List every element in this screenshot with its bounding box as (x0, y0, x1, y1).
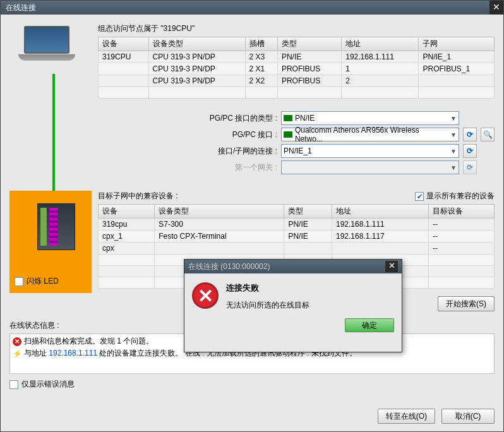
network-icon (284, 115, 292, 121)
flash-led-label: 闪烁 LED (27, 276, 59, 287)
td: cpx (99, 243, 155, 255)
t: 与地址 (24, 349, 49, 357)
start-search-button[interactable]: 开始搜索(S) (438, 296, 495, 311)
flash-led-checkbox[interactable] (15, 277, 23, 286)
if-type-label: PG/PC 接口的类型 : (183, 113, 277, 124)
td: PN/IE (277, 51, 341, 63)
table-row[interactable]: cpx_1 Festo CPX-Terminal PN/IE 192.168.1… (99, 231, 495, 243)
td (99, 255, 155, 266)
td: PROFIBUS (277, 63, 341, 75)
chevron-down-icon: ▼ (450, 115, 457, 122)
plc-icon (37, 203, 75, 250)
td: 192.168.1.111 (332, 219, 429, 231)
gw-label: 第一个网关 : (183, 162, 277, 173)
td (99, 266, 155, 277)
th: 设备类型 (148, 37, 245, 51)
th: 设备 (99, 37, 149, 51)
config-icon: ⟳ (463, 160, 477, 174)
td: cpx_1 (99, 231, 155, 243)
td: 2 X1 (245, 63, 277, 75)
th: 子网 (419, 37, 495, 51)
td (99, 277, 155, 289)
connection-error-icon: ⚡ (13, 349, 21, 358)
td: 319CPU (99, 51, 149, 63)
dialog-ok-button[interactable]: 确定 (345, 318, 394, 332)
conn-label: 接口/子网的连接 : (183, 146, 277, 157)
search-icon[interactable]: 🔍 (481, 128, 495, 141)
td: 319cpu (99, 219, 155, 231)
td (332, 243, 429, 255)
go-online-button[interactable]: 转至在线(O) (378, 409, 435, 424)
config-icon[interactable]: ⟳ (463, 144, 477, 158)
chevron-down-icon: ▼ (450, 131, 457, 138)
th: 地址 (342, 37, 419, 51)
cancel-button[interactable]: 取消(C) (441, 409, 495, 424)
dialog-heading: 连接失败 (226, 282, 309, 294)
td (99, 75, 149, 87)
td (419, 75, 495, 87)
table-row[interactable]: 319cpu S7-300 PN/IE 192.168.1.111 -- (99, 219, 495, 231)
if-type-value: PN/IE (295, 114, 315, 123)
td: 192.168.1.111 (342, 51, 419, 63)
chevron-down-icon: ▼ (450, 148, 457, 155)
th: 地址 (332, 205, 429, 219)
error-dialog: 在线连接 (0130:000002) ✕ ✕ 连接失败 无法访问所选的在线目标 … (184, 259, 402, 352)
td: PN/IE (284, 231, 332, 243)
error-icon: ✕ (192, 282, 219, 309)
td: PROFIBUS_1 (419, 63, 495, 75)
config-icon[interactable]: ⟳ (463, 128, 477, 141)
if-select[interactable]: Qualcomm Atheros AR956x Wireless Netwo..… (281, 128, 459, 141)
error-icon: ✕ (13, 337, 21, 346)
window-title: 在线连接 (6, 3, 36, 12)
gw-select: ▼ (281, 160, 459, 174)
conn-value: PN/IE_1 (284, 147, 312, 155)
if-type-select[interactable]: PN/IE▼ (281, 111, 459, 125)
adapter-icon (284, 131, 292, 138)
td: CPU 319-3 PN/DP (148, 75, 245, 87)
laptop-icon (18, 26, 75, 64)
th: 插槽 (245, 37, 277, 51)
title-bar: 在线连接 ✕ (1, 1, 503, 15)
dialog-title: 在线连接 (0130:000002) (188, 260, 270, 273)
dialog-close-icon[interactable]: ✕ (385, 261, 398, 272)
status-addr: 192.168.1.111 (49, 349, 97, 357)
show-all-checkbox[interactable] (415, 192, 424, 201)
table-row[interactable]: cpx -- (99, 243, 495, 255)
dialog-message: 无法访问所选的在线目标 (226, 300, 309, 311)
if-label: PG/PC 接口 : (183, 129, 277, 140)
chevron-down-icon: ▼ (450, 164, 457, 171)
td (99, 87, 149, 99)
td: 2 X3 (245, 51, 277, 63)
td: -- (428, 219, 494, 231)
td: 1 (342, 63, 419, 75)
only-errors-label: 仅显示错误消息 (21, 379, 75, 390)
config-table: 设备 设备类型 插槽 类型 地址 子网 319CPU CPU 319-3 PN/… (98, 37, 495, 99)
td (284, 243, 332, 255)
td: -- (428, 243, 494, 255)
th: 设备类型 (155, 205, 284, 219)
td: CPU 319-3 PN/DP (148, 51, 245, 63)
td: Festo CPX-Terminal (155, 231, 284, 243)
conn-select[interactable]: PN/IE_1▼ (281, 144, 459, 158)
only-errors-checkbox[interactable] (9, 380, 18, 389)
show-all-label: 显示所有兼容的设备 (426, 191, 495, 201)
compat-caption: 目标子网中的兼容设备 : (98, 191, 178, 201)
td: 2 (342, 75, 419, 87)
if-value: Qualcomm Atheros AR956x Wireless Netwo..… (295, 126, 448, 143)
td: 192.168.1.117 (332, 231, 429, 243)
td (99, 63, 149, 75)
device-panel: 闪烁 LED (9, 191, 92, 293)
td: -- (428, 231, 494, 243)
th: 类型 (277, 37, 341, 51)
th: 类型 (284, 205, 332, 219)
status-text: 扫描和信息检索完成。发现 1 个问题。 (24, 336, 153, 347)
td: PN/IE (284, 219, 332, 231)
td: 2 X2 (245, 75, 277, 87)
td: PROFIBUS (277, 75, 341, 87)
config-caption: 组态访问节点属于 "319CPU" (98, 23, 495, 34)
close-icon[interactable]: ✕ (489, 1, 503, 15)
td (155, 243, 284, 255)
td: CPU 319-3 PN/DP (148, 63, 245, 75)
th: 目标设备 (428, 205, 494, 219)
th: 设备 (99, 205, 155, 219)
